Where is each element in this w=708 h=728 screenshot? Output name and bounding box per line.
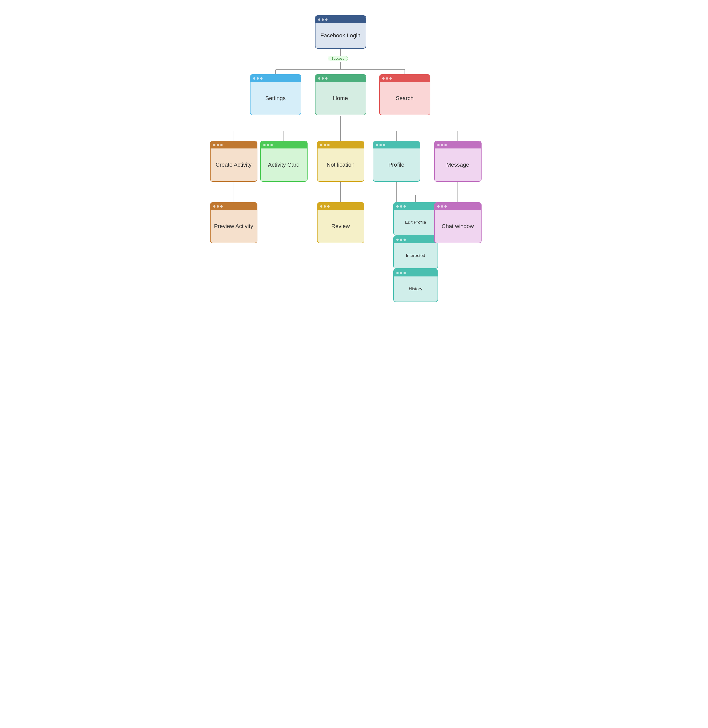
review-header (318, 203, 364, 210)
create-activity-header (210, 141, 257, 148)
message-node: Message (434, 141, 482, 182)
search-header (380, 75, 430, 82)
settings-header (251, 75, 301, 82)
interested-label: Interested (394, 243, 438, 268)
home-node: Home (315, 74, 366, 115)
create-activity-card: Create Activity (210, 141, 257, 182)
chat-window-header (435, 203, 481, 210)
create-activity-label: Create Activity (210, 148, 257, 181)
activity-card-label: Activity Card (261, 148, 307, 181)
review-node: Review (317, 202, 364, 243)
interested-node: Interested (393, 235, 438, 269)
notification-card: Notification (317, 141, 364, 182)
settings-label: Settings (251, 82, 301, 115)
preview-activity-header (210, 203, 257, 210)
profile-header (373, 141, 420, 148)
chat-window-node: Chat window (434, 202, 482, 243)
profile-card: Profile (373, 141, 420, 182)
search-label: Search (380, 82, 430, 115)
preview-activity-node: Preview Activity (210, 202, 257, 243)
review-card: Review (317, 202, 364, 243)
activity-card-header (261, 141, 307, 148)
settings-node: Settings (250, 74, 301, 115)
preview-activity-card: Preview Activity (210, 202, 257, 243)
dot3 (325, 19, 328, 21)
message-card: Message (434, 141, 482, 182)
edit-profile-card: Edit Profile (393, 202, 438, 235)
history-label: History (394, 276, 438, 302)
success-badge-node: Success (328, 56, 348, 61)
history-header (394, 269, 438, 276)
search-card: Search (379, 74, 430, 115)
home-header (315, 75, 366, 82)
facebook-login-header (315, 16, 366, 23)
home-label: Home (315, 82, 366, 115)
review-label: Review (318, 210, 364, 243)
notification-node: Notification (317, 141, 364, 182)
preview-activity-label: Preview Activity (210, 210, 257, 243)
profile-node: Profile (373, 141, 420, 182)
notification-label: Notification (318, 148, 364, 181)
chat-window-card: Chat window (434, 202, 482, 243)
history-node: History (393, 269, 438, 302)
interested-card: Interested (393, 235, 438, 269)
profile-label: Profile (373, 148, 420, 181)
edit-profile-node: Edit Profile (393, 202, 438, 235)
message-label: Message (435, 148, 481, 181)
dot2 (322, 19, 324, 21)
chat-window-label: Chat window (435, 210, 481, 243)
create-activity-node: Create Activity (210, 141, 257, 182)
interested-header (394, 236, 438, 243)
settings-card: Settings (250, 74, 301, 115)
edit-profile-header (394, 203, 438, 210)
diagram-wrapper: Facebook Login Success Settings Home (213, 10, 495, 282)
search-node: Search (379, 74, 430, 115)
success-badge: Success (328, 56, 348, 61)
history-card: History (393, 269, 438, 302)
home-card: Home (315, 74, 366, 115)
notification-header (318, 141, 364, 148)
facebook-login-label: Facebook Login (315, 23, 366, 48)
message-header (435, 141, 481, 148)
dot1 (318, 19, 321, 21)
edit-profile-label: Edit Profile (394, 210, 438, 235)
facebook-login-node: Facebook Login (315, 15, 366, 49)
activity-card-node: Activity Card (260, 141, 308, 182)
activity-card-card: Activity Card (260, 141, 308, 182)
facebook-login-card: Facebook Login (315, 15, 366, 49)
